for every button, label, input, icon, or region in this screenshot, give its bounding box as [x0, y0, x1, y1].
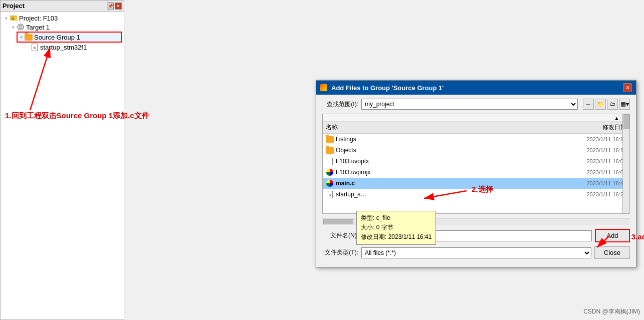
file-row-uvprojx[interactable]: F103.uvprojx 2023/1/11 16:09: [323, 167, 629, 178]
expand-icon-target: ▪: [10, 24, 17, 31]
file-date-objects: 2023/1/11 16:10: [556, 147, 626, 153]
tooltip-size: 大小: 0 字节: [361, 223, 432, 232]
dialog-title-area: Add Files to Group 'Source Group 1': [320, 84, 444, 92]
file-name-objects: Objects: [336, 147, 556, 154]
file-icon-uvoptx: F: [326, 157, 334, 165]
file-name-mainc: main.c: [336, 180, 556, 187]
select-marker: 2.选择: [472, 185, 493, 194]
col-name-header: 名称: [326, 123, 556, 132]
startup-label: startup_stm32f1: [40, 44, 87, 51]
file-date-uvprojx: 2023/1/11 16:09: [556, 169, 626, 175]
filename-label: 文件名(N):: [322, 231, 358, 240]
panel-content: ▪ ⊞ Project: F103 ▪ Target 1: [1, 12, 124, 319]
file-name-uvprojx: F103.uvprojx: [336, 169, 556, 176]
nav-back-button[interactable]: ←: [583, 99, 594, 110]
new-folder-button[interactable]: 🗂: [607, 99, 618, 110]
project-icon: ⊞: [10, 14, 18, 22]
source-group-label: Source Group 1: [34, 34, 80, 41]
look-in-label: 查找范围(I):: [322, 100, 358, 109]
annotation-text: 1.回到工程双击Source Group 1添加.c文件: [5, 110, 149, 121]
scrollbar-thumb: [623, 114, 629, 129]
file-list-header: 名称 修改日期: [323, 122, 629, 134]
file-name-uvoptx: F103.uvoptx: [336, 158, 556, 165]
tooltip-box: 类型: c_file 大小: 0 字节 修改日期: 2023/1/11 16:4…: [356, 211, 436, 245]
dialog-close-button[interactable]: ✕: [623, 83, 632, 92]
list-scrollbar[interactable]: [622, 114, 629, 213]
sort-indicator: ▲: [614, 115, 619, 121]
col-date-header: 修改日期: [556, 123, 626, 132]
file-row-uvoptx[interactable]: F F103.uvoptx 2023/1/11 16:09: [323, 156, 629, 167]
dialog-body: 查找范围(I): my_project ← 📁 🗂 ▦▾ ▲ 名称 修改日期: [316, 95, 636, 267]
dialog-title-text: Add Files to Group 'Source Group 1': [331, 84, 444, 92]
file-list-container: ▲ 名称 修改日期 Listings 2023/1/11 16:10 Objec…: [322, 114, 630, 214]
tree-item-source-group[interactable]: ▪ Source Group 1: [17, 32, 122, 43]
file-name-listings: Listings: [336, 136, 556, 143]
asm-icon: s: [31, 43, 39, 51]
expand-icon-source-group: ▪: [18, 34, 25, 41]
panel-title: Project: [3, 2, 25, 10]
target-icon: [17, 23, 25, 31]
file-icon-uvprojx: [326, 168, 334, 176]
file-icon-mainc: [326, 179, 334, 187]
panel-pin-button[interactable]: 📌: [107, 3, 114, 10]
expand-icon-startup: [24, 44, 31, 51]
look-in-row: 查找范围(I): my_project ← 📁 🗂 ▦▾: [322, 99, 630, 110]
panel-titlebar: Project 📌 ✕: [1, 1, 124, 12]
panel-buttons: 📌 ✕: [107, 3, 122, 10]
filetype-row: 文件类型(T): All files (*.*) Close: [322, 246, 630, 259]
expand-icon-project: ▪: [3, 15, 10, 22]
target-label: Target 1: [26, 24, 50, 31]
panel-close-button[interactable]: ✕: [115, 3, 122, 10]
file-row-objects[interactable]: Objects 2023/1/11 16:10: [323, 145, 629, 156]
file-row-listings[interactable]: Listings 2023/1/11 16:10: [323, 134, 629, 145]
tree-item-target[interactable]: ▪ Target 1: [10, 23, 122, 32]
add-button[interactable]: Add: [595, 229, 630, 242]
nav-up-button[interactable]: 📁: [595, 99, 606, 110]
svg-text:⊞: ⊞: [12, 17, 15, 21]
dialog-titlebar: Add Files to Group 'Source Group 1' ✕: [316, 81, 636, 95]
view-options-button[interactable]: ▦▾: [619, 99, 630, 110]
add-files-dialog: Add Files to Group 'Source Group 1' ✕ 查找…: [316, 80, 636, 267]
file-date-mainc: 2023/1/11 16:41: [556, 180, 626, 186]
keil-logo-icon: [320, 84, 327, 91]
project-label: Project: F103: [19, 15, 58, 22]
tooltip-date: 修改日期: 2023/1/11 16:41: [361, 232, 432, 242]
file-date-uvoptx: 2023/1/11 16:09: [556, 158, 626, 164]
svg-point-5: [20, 27, 21, 28]
tree-item-project[interactable]: ▪ ⊞ Project: F103: [3, 14, 122, 23]
look-in-select[interactable]: my_project: [361, 99, 578, 110]
folder-icon-objects: [326, 146, 334, 154]
file-date-startup: 2023/1/11 16:29: [556, 191, 626, 197]
hscroll-thumb: [323, 219, 353, 224]
filetype-label: 文件类型(T):: [322, 248, 358, 257]
file-date-listings: 2023/1/11 16:10: [556, 136, 626, 142]
tooltip-type: 类型: c_file: [361, 213, 432, 223]
toolbar-row: ← 📁 🗂 ▦▾: [583, 99, 630, 110]
watermark: CSDN @李南枫(JIM): [583, 307, 640, 316]
filetype-select[interactable]: All files (*.*): [361, 247, 591, 258]
folder-icon-listings: [326, 135, 334, 143]
file-name-startup: startup_s…: [336, 191, 556, 198]
file-icon-startup: S: [326, 190, 334, 198]
tree-item-startup[interactable]: s startup_stm32f1: [24, 43, 122, 52]
folder-icon-source-group: [25, 33, 33, 41]
close-button[interactable]: Close: [594, 246, 630, 259]
project-panel: Project 📌 ✕ ▪ ⊞ Project: F103 ▪: [0, 0, 124, 320]
add-marker: 3.add: [631, 232, 644, 241]
